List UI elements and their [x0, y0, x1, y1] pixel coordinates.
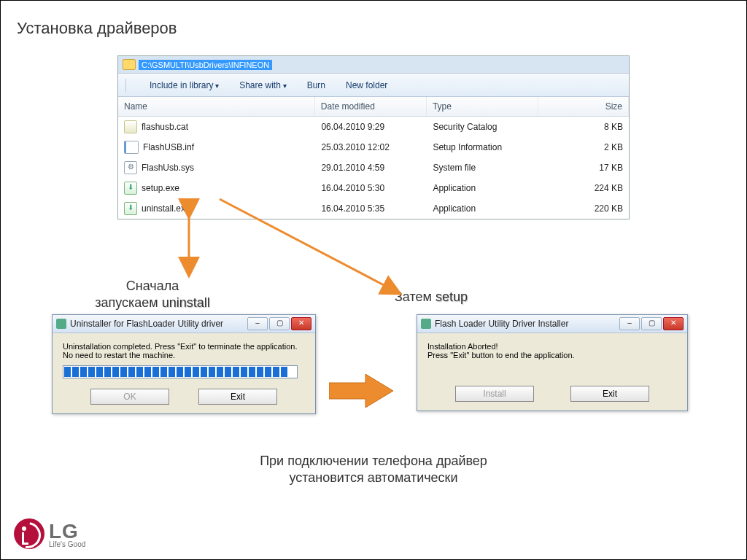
file-list: flashusb.cat06.04.2010 9:29Security Cata… — [118, 117, 629, 219]
file-type: Application — [427, 200, 538, 217]
uninstaller-dialog: Uninstaller for FlashLoader Utility driv… — [52, 314, 316, 414]
include-in-library-button[interactable]: Include in library — [150, 80, 219, 90]
file-type: Application — [427, 179, 538, 197]
file-row[interactable]: flashusb.cat06.04.2010 9:29Security Cata… — [118, 117, 629, 137]
close-button[interactable]: ✕ — [663, 317, 684, 330]
progress-bar — [63, 365, 298, 378]
file-date: 29.01.2010 4:59 — [315, 159, 427, 176]
installer-dialog: Flash Loader Utility Driver Installer – … — [417, 314, 688, 411]
file-name: FlashUSB.inf — [143, 142, 194, 152]
file-name: setup.exe — [142, 183, 179, 193]
col-size[interactable]: Size — [538, 97, 629, 116]
minimize-button[interactable]: – — [619, 317, 640, 330]
file-date: 16.04.2010 5:35 — [315, 200, 427, 217]
col-type[interactable]: Type — [427, 97, 538, 116]
file-date: 06.04.2010 9:29 — [315, 118, 427, 136]
file-icon — [124, 182, 137, 195]
ok-button[interactable]: OK — [90, 389, 169, 405]
app-icon — [56, 319, 66, 329]
file-size: 17 KB — [538, 159, 629, 176]
burn-button[interactable]: Burn — [307, 80, 325, 90]
file-size: 2 KB — [538, 139, 629, 156]
file-name: flashusb.cat — [142, 122, 188, 132]
file-row[interactable]: FlashUSB.inf25.03.2010 12:02Setup Inform… — [118, 137, 629, 158]
file-date: 16.04.2010 5:30 — [315, 179, 427, 197]
svg-marker-0 — [329, 374, 393, 408]
footer-note: При подключении телефона драйверустанови… — [1, 453, 746, 487]
explorer-window: C:\GSMULTI\UsbDrivers\INFINEON Include i… — [117, 55, 630, 219]
explorer-toolbar: Include in library Share with Burn New f… — [118, 74, 629, 97]
file-icon — [124, 202, 137, 215]
file-icon — [124, 161, 137, 174]
col-name[interactable]: Name — [118, 97, 315, 116]
file-type: Setup Information — [427, 139, 538, 156]
file-type: Security Catalog — [427, 118, 538, 136]
file-name: uninstall.exe — [142, 203, 190, 214]
lg-logo: LG Life's Good — [14, 518, 85, 549]
dialog-title: Uninstaller for FlashLoader Utility driv… — [70, 319, 223, 329]
file-icon — [124, 141, 139, 154]
install-button[interactable]: Install — [455, 386, 534, 402]
file-name: FlashUsb.sys — [142, 163, 194, 173]
dialog-text: Uninstallation completed. Press "Exit" t… — [63, 342, 305, 365]
app-icon — [421, 319, 431, 329]
file-size: 224 KB — [538, 179, 629, 197]
new-folder-button[interactable]: New folder — [346, 80, 387, 90]
share-with-button[interactable]: Share with — [239, 80, 286, 90]
logo-tagline: Life's Good — [49, 540, 85, 548]
lg-circle-icon — [14, 518, 44, 549]
dialog-title: Flash Loader Utility Driver Installer — [435, 319, 568, 329]
annotation-setup: Затем setup — [395, 289, 541, 306]
file-icon — [124, 120, 137, 133]
address-path[interactable]: C:\GSMULTI\UsbDrivers\INFINEON — [139, 60, 272, 70]
page-title: Установка драйверов — [17, 19, 177, 38]
col-date[interactable]: Date modified — [315, 97, 427, 116]
dialog-titlebar: Flash Loader Utility Driver Installer – … — [417, 315, 687, 333]
file-type: System file — [427, 159, 538, 176]
minimize-button[interactable]: – — [247, 317, 268, 330]
maximize-button[interactable]: ▢ — [269, 317, 290, 330]
file-size: 8 KB — [538, 118, 629, 136]
file-row[interactable]: setup.exe16.04.2010 5:30Application224 K… — [118, 178, 629, 198]
folder-icon — [123, 59, 136, 70]
file-row[interactable]: FlashUsb.sys29.01.2010 4:59System file17… — [118, 158, 629, 178]
exit-button[interactable]: Exit — [198, 389, 277, 405]
toolbar-separator — [125, 79, 126, 92]
close-button[interactable]: ✕ — [291, 317, 311, 330]
dialog-titlebar: Uninstaller for FlashLoader Utility driv… — [53, 315, 315, 333]
exit-button[interactable]: Exit — [570, 386, 649, 402]
file-size: 220 KB — [538, 200, 629, 217]
flow-arrow-icon — [329, 373, 395, 409]
annotation-uninstall: Сначала запускаем uninstall — [72, 278, 233, 312]
dialog-text: Installation Aborted! Press "Exit" butto… — [427, 342, 677, 376]
file-row[interactable]: uninstall.exe16.04.2010 5:35Application2… — [118, 198, 629, 219]
file-date: 25.03.2010 12:02 — [315, 139, 427, 156]
column-headers: Name Date modified Type Size — [118, 97, 629, 117]
address-bar[interactable]: C:\GSMULTI\UsbDrivers\INFINEON — [118, 56, 629, 74]
maximize-button[interactable]: ▢ — [641, 317, 662, 330]
